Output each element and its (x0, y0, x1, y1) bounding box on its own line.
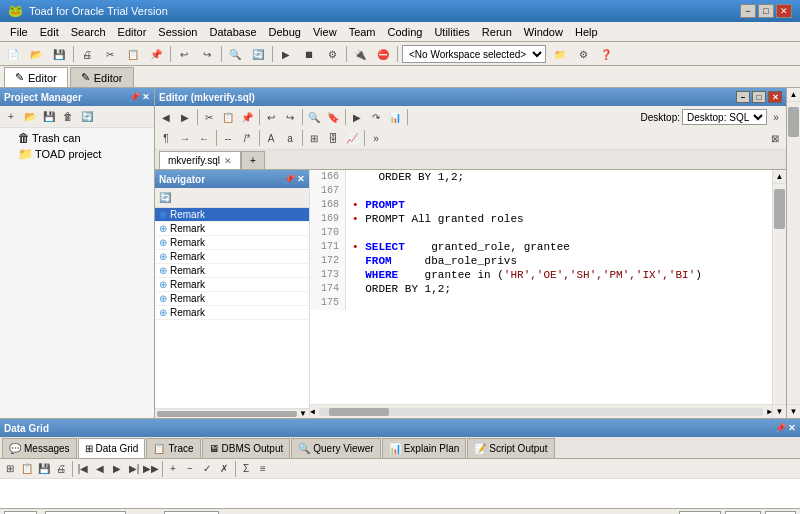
dg-tab-explain[interactable]: 📊 Explain Plan (382, 438, 467, 458)
et-explain-icon[interactable]: 📊 (386, 109, 404, 125)
et-cut-icon[interactable]: ✂ (200, 109, 218, 125)
open-project-icon[interactable]: 📂 (21, 109, 39, 125)
et-find-icon[interactable]: 🔍 (305, 109, 323, 125)
et2-close-panel-icon[interactable]: ⊠ (766, 130, 784, 146)
et-paste-icon[interactable]: 📌 (238, 109, 256, 125)
dg-filter-icon[interactable]: Σ (238, 461, 254, 477)
help-icon[interactable]: ❓ (595, 44, 617, 64)
scroll-left-icon[interactable]: ◀ (310, 407, 315, 416)
menu-window[interactable]: Window (518, 24, 569, 40)
stop-icon[interactable]: ⏹ (298, 44, 320, 64)
menu-view[interactable]: View (307, 24, 343, 40)
dg-tb-icon1[interactable]: ⊞ (2, 461, 18, 477)
nav-item-7[interactable]: ⊕ Remark (155, 306, 309, 320)
maximize-button[interactable]: □ (758, 4, 774, 18)
nav-close-icon[interactable]: ✕ (297, 174, 305, 184)
dg-next-icon[interactable]: ▶| (126, 461, 142, 477)
nav-item-3[interactable]: ⊕ Remark (155, 250, 309, 264)
workspace-select[interactable]: <No Workspace selected> (402, 45, 546, 63)
dg-delete-icon[interactable]: − (182, 461, 198, 477)
et2-schema-icon[interactable]: 🗄 (324, 130, 342, 146)
workspace-icon[interactable]: 📁 (549, 44, 571, 64)
menu-utilities[interactable]: Utilities (428, 24, 475, 40)
menu-debug[interactable]: Debug (263, 24, 307, 40)
outer-vscroll[interactable]: ▲ ▼ (786, 88, 800, 418)
dg-play-icon[interactable]: ▶ (109, 461, 125, 477)
disconnect-icon[interactable]: ⛔ (372, 44, 394, 64)
et2-more-icon[interactable]: » (367, 130, 385, 146)
nav-item-2[interactable]: ⊕ Remark (155, 236, 309, 250)
editor-tab-mkverify[interactable]: mkverify.sql ✕ (159, 151, 241, 169)
outer-vscroll-up[interactable]: ▲ (787, 88, 800, 102)
dg-tab-messages[interactable]: 💬 Messages (2, 438, 77, 458)
editor-tab-new[interactable]: + (241, 151, 265, 169)
new-project-icon[interactable]: + (2, 109, 20, 125)
dg-add-icon[interactable]: + (165, 461, 181, 477)
editor-close-btn[interactable]: ✕ (768, 91, 782, 103)
close-button[interactable]: ✕ (776, 4, 792, 18)
et-bookmark-icon[interactable]: 🔖 (324, 109, 342, 125)
save-project-icon[interactable]: 💾 (40, 109, 58, 125)
et-back-icon[interactable]: ◀ (157, 109, 175, 125)
dg-tab-query[interactable]: 🔍 Query Viewer (291, 438, 380, 458)
dg-tab-script[interactable]: 📝 Script Output (467, 438, 554, 458)
et2-unindent-icon[interactable]: ← (195, 130, 213, 146)
tab-editor-1[interactable]: ✎ Editor (4, 67, 68, 87)
dg-tab-trace[interactable]: 📋 Trace (146, 438, 200, 458)
dg-pin-icon[interactable]: 📌 (775, 423, 786, 433)
dg-tb-icon2[interactable]: 📋 (19, 461, 35, 477)
panel-close-icon[interactable]: ✕ (142, 92, 150, 102)
nav-pin-icon[interactable]: 📌 (284, 174, 295, 184)
dg-prev-icon[interactable]: ◀ (92, 461, 108, 477)
et-step-icon[interactable]: ↷ (367, 109, 385, 125)
nav-scroll-down-icon[interactable]: ▼ (299, 409, 307, 418)
et2-lower-icon[interactable]: a (281, 130, 299, 146)
open-file-icon[interactable]: 📂 (25, 44, 47, 64)
find-icon[interactable]: 🔍 (224, 44, 246, 64)
menu-team[interactable]: Team (343, 24, 382, 40)
nav-item-0[interactable]: ⊕ Remark (155, 208, 309, 222)
et-run-icon[interactable]: ▶ (348, 109, 366, 125)
dg-tab-dbms[interactable]: 🖥 DBMS Output (202, 438, 291, 458)
code-scrollbar-h[interactable]: ◀ ▶ (310, 404, 772, 418)
save-icon[interactable]: 💾 (48, 44, 70, 64)
cut-icon[interactable]: ✂ (99, 44, 121, 64)
nav-scrollbar[interactable]: ▼ (155, 408, 309, 418)
connect-icon[interactable]: 🔌 (349, 44, 371, 64)
undo-icon[interactable]: ↩ (173, 44, 195, 64)
dg-first-icon[interactable]: |◀ (75, 461, 91, 477)
et2-format-icon[interactable]: ¶ (157, 130, 175, 146)
replace-icon[interactable]: 🔄 (247, 44, 269, 64)
tree-item-toad[interactable]: 📁 TOAD project (2, 146, 152, 162)
editor-vscroll[interactable]: ▲ ▼ (772, 170, 786, 418)
code-content[interactable]: 166 ORDER BY 1,2;167 168• PROMPT169• PRO… (310, 170, 772, 404)
menu-session[interactable]: Session (152, 24, 203, 40)
paste-icon[interactable]: 📌 (145, 44, 167, 64)
compile-icon[interactable]: ⚙ (321, 44, 343, 64)
menu-help[interactable]: Help (569, 24, 604, 40)
vscroll-up-btn[interactable]: ▲ (773, 170, 786, 184)
et-copy-icon[interactable]: 📋 (219, 109, 237, 125)
nav-item-1[interactable]: ⊕ Remark (155, 222, 309, 236)
et2-columns-icon[interactable]: ⊞ (305, 130, 323, 146)
scroll-track-h[interactable] (319, 408, 763, 416)
refresh-project-icon[interactable]: 🔄 (78, 109, 96, 125)
print-icon[interactable]: 🖨 (76, 44, 98, 64)
nav-item-4[interactable]: ⊕ Remark (155, 264, 309, 278)
et-more-icon[interactable]: » (768, 109, 784, 125)
dg-sort-icon[interactable]: ≡ (255, 461, 271, 477)
et2-upper-icon[interactable]: A (262, 130, 280, 146)
et2-uncomment-icon[interactable]: /* (238, 130, 256, 146)
delete-project-icon[interactable]: 🗑 (59, 109, 77, 125)
et-fwd-icon[interactable]: ▶ (176, 109, 194, 125)
new-file-icon[interactable]: 📄 (2, 44, 24, 64)
tree-item-trash[interactable]: 🗑 Trash can (2, 130, 152, 146)
redo-icon[interactable]: ↪ (196, 44, 218, 64)
dg-tb-icon3[interactable]: 💾 (36, 461, 52, 477)
et-undo-icon[interactable]: ↩ (262, 109, 280, 125)
nav-refresh-icon[interactable]: 🔄 (157, 190, 173, 206)
et-redo-icon[interactable]: ↪ (281, 109, 299, 125)
vscroll-down-btn[interactable]: ▼ (773, 404, 786, 418)
run-icon[interactable]: ▶ (275, 44, 297, 64)
dg-last-icon[interactable]: ▶▶ (143, 461, 159, 477)
